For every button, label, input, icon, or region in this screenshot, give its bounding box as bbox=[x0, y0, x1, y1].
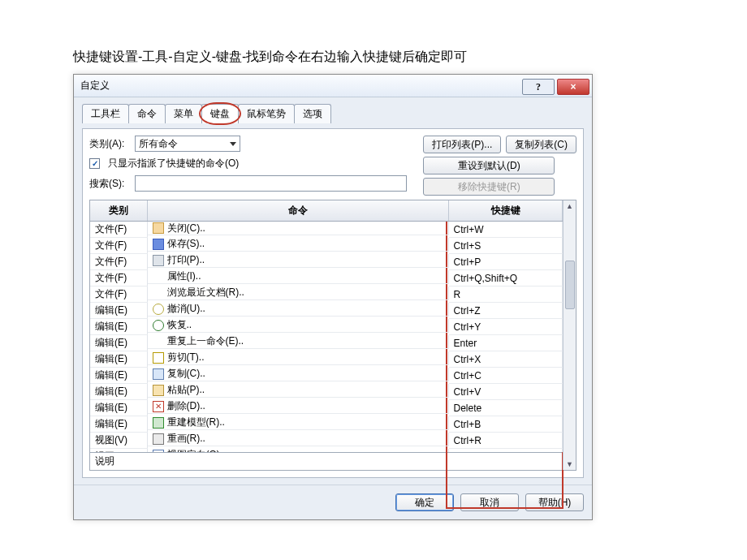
cell-shortcut[interactable]: Ctrl+Y bbox=[449, 319, 563, 335]
cell-command: 属性(I).. bbox=[148, 270, 449, 284]
cell-shortcut[interactable]: Ctrl+P bbox=[449, 254, 563, 270]
tab-strip: 工具栏 命令 菜单 键盘 鼠标笔势 选项 bbox=[82, 104, 584, 123]
cell-shortcut[interactable]: Enter bbox=[449, 335, 563, 351]
tab-keyboard[interactable]: 键盘 bbox=[201, 104, 239, 123]
copy-list-button[interactable]: 复制列表(C) bbox=[506, 136, 576, 153]
cell-shortcut[interactable]: R bbox=[449, 286, 563, 303]
cell-category: 编辑(E) bbox=[90, 384, 147, 400]
scrollbar-thumb[interactable] bbox=[565, 261, 575, 309]
table-row[interactable]: 编辑(E)粘贴(P)..Ctrl+V bbox=[90, 384, 576, 400]
tab-menu[interactable]: 菜单 bbox=[165, 104, 202, 123]
tab-commands[interactable]: 命令 bbox=[128, 104, 166, 123]
dialog-body: 工具栏 命令 菜单 键盘 鼠标笔势 选项 类别(A): 所有命令 bbox=[74, 97, 592, 485]
command-icon bbox=[153, 304, 164, 315]
cell-shortcut[interactable]: Ctrl+Q,Shift+Q bbox=[449, 270, 563, 286]
cell-category: 文件(F) bbox=[90, 254, 147, 270]
command-icon bbox=[153, 352, 164, 364]
cell-shortcut[interactable]: Ctrl+B bbox=[449, 416, 563, 433]
command-icon bbox=[153, 255, 164, 266]
cell-category: 编辑(E) bbox=[90, 351, 147, 368]
table-row[interactable]: 编辑(E)重复上一命令(E)..Enter bbox=[90, 335, 576, 351]
table-header-row: 类别 命令 快捷键 bbox=[90, 200, 576, 222]
shortcut-table-wrap: 类别 命令 快捷键 文件(F)关闭(C)..Ctrl+W文件(F)保存(S)..… bbox=[89, 200, 576, 471]
cell-shortcut[interactable]: Ctrl+C bbox=[449, 368, 563, 384]
cell-category: 编辑(E) bbox=[90, 368, 147, 384]
dialog-footer: 确定 取消 帮助(H) bbox=[74, 485, 592, 519]
category-select-value: 所有命令 bbox=[139, 137, 178, 151]
help-icon[interactable]: ? bbox=[522, 79, 555, 95]
command-icon bbox=[153, 433, 164, 445]
table-row[interactable]: 文件(F)关闭(C)..Ctrl+W bbox=[90, 222, 576, 238]
cell-shortcut[interactable]: SpaceBar bbox=[449, 449, 563, 453]
shortcut-table: 类别 命令 快捷键 文件(F)关闭(C)..Ctrl+W文件(F)保存(S)..… bbox=[90, 200, 576, 452]
table-row[interactable]: 编辑(E)撤消(U)..Ctrl+Z bbox=[90, 303, 576, 319]
table-row[interactable]: 视图(V)重画(R)..Ctrl+R bbox=[90, 433, 576, 449]
remove-shortcut-button[interactable]: 移除快捷键(R) bbox=[423, 178, 555, 196]
table-row[interactable]: 视图(V)视图定向(O)..SpaceBar bbox=[90, 449, 576, 453]
cell-category: 文件(F) bbox=[90, 270, 147, 286]
tab-mouse-gestures[interactable]: 鼠标笔势 bbox=[238, 104, 295, 123]
table-row[interactable]: 编辑(E)删除(D)..Delete bbox=[90, 400, 576, 416]
category-select[interactable]: 所有命令 bbox=[135, 136, 240, 152]
close-icon[interactable]: × bbox=[557, 79, 589, 95]
cell-command: 剪切(T).. bbox=[148, 351, 449, 365]
table-row[interactable]: 编辑(E)剪切(T)..Ctrl+X bbox=[90, 351, 576, 368]
print-list-button[interactable]: 打印列表(P)... bbox=[423, 136, 501, 153]
command-icon bbox=[153, 385, 164, 396]
reset-default-button[interactable]: 重设到默认(D) bbox=[423, 157, 555, 174]
only-assigned-checkbox[interactable] bbox=[89, 158, 100, 169]
command-icon bbox=[153, 368, 164, 380]
cell-command: 保存(S).. bbox=[148, 238, 449, 252]
table-row[interactable]: 编辑(E)恢复..Ctrl+Y bbox=[90, 319, 576, 335]
cell-command: 重复上一命令(E).. bbox=[148, 335, 449, 349]
cell-command: 视图定向(O).. bbox=[148, 449, 449, 453]
col-header-shortcut[interactable]: 快捷键 bbox=[449, 200, 563, 222]
cell-category: 文件(F) bbox=[90, 286, 147, 303]
command-icon bbox=[153, 320, 164, 331]
table-row[interactable]: 文件(F)保存(S)..Ctrl+S bbox=[90, 238, 576, 254]
cell-category: 编辑(E) bbox=[90, 416, 147, 433]
table-row[interactable]: 编辑(E)重建模型(R)..Ctrl+B bbox=[90, 416, 576, 433]
cell-category: 编辑(E) bbox=[90, 335, 147, 351]
category-label: 类别(A): bbox=[89, 137, 130, 151]
command-icon bbox=[153, 271, 164, 282]
window-controls: ? × bbox=[522, 76, 592, 95]
table-row[interactable]: 文件(F)浏览最近文档(R)..R bbox=[90, 286, 576, 303]
cell-command: 撤消(U).. bbox=[148, 303, 449, 317]
vertical-scrollbar[interactable]: ▲ ▼ bbox=[563, 200, 576, 470]
command-icon bbox=[153, 239, 164, 250]
command-icon bbox=[153, 287, 164, 299]
table-row[interactable]: 文件(F)打印(P)..Ctrl+P bbox=[90, 254, 576, 270]
scroll-down-icon[interactable]: ▼ bbox=[564, 459, 576, 470]
tab-toolbars[interactable]: 工具栏 bbox=[82, 104, 129, 123]
cell-shortcut[interactable]: Ctrl+Z bbox=[449, 303, 563, 319]
cell-shortcut[interactable]: Ctrl+S bbox=[449, 238, 563, 254]
search-input[interactable] bbox=[135, 175, 407, 192]
cell-category: 编辑(E) bbox=[90, 400, 147, 416]
col-header-command[interactable]: 命令 bbox=[147, 200, 449, 222]
cell-category: 视图(V) bbox=[90, 433, 147, 449]
cell-shortcut[interactable]: Delete bbox=[449, 400, 563, 416]
col-header-category[interactable]: 类别 bbox=[90, 200, 147, 222]
table-row[interactable]: 编辑(E)复制(C)..Ctrl+C bbox=[90, 368, 576, 384]
only-assigned-label: 只显示指派了快捷键的命令(O) bbox=[108, 157, 239, 170]
titlebar: 自定义 ? × bbox=[74, 75, 592, 97]
help-button[interactable]: 帮助(H) bbox=[525, 493, 584, 511]
command-icon bbox=[153, 417, 164, 429]
command-icon bbox=[153, 336, 164, 347]
cancel-button[interactable]: 取消 bbox=[460, 493, 519, 511]
table-row[interactable]: 文件(F)属性(I)..Ctrl+Q,Shift+Q bbox=[90, 270, 576, 286]
cell-shortcut[interactable]: Ctrl+X bbox=[449, 351, 563, 368]
command-icon bbox=[153, 222, 164, 234]
description-label: 说明 bbox=[90, 452, 576, 470]
tab-options[interactable]: 选项 bbox=[294, 104, 331, 123]
cell-shortcut[interactable]: Ctrl+R bbox=[449, 433, 563, 449]
cell-shortcut[interactable]: Ctrl+V bbox=[449, 384, 563, 400]
customize-dialog: 自定义 ? × 工具栏 命令 菜单 键盘 鼠标笔势 选项 类别(A): 所有命令 bbox=[73, 74, 593, 520]
dialog-title: 自定义 bbox=[80, 79, 110, 93]
cell-command: 复制(C).. bbox=[148, 368, 449, 381]
scroll-up-icon[interactable]: ▲ bbox=[564, 200, 576, 212]
cell-shortcut[interactable]: Ctrl+W bbox=[449, 222, 563, 238]
ok-button[interactable]: 确定 bbox=[395, 493, 454, 511]
page-caption: 快捷键设置-工具-自定义-键盘-找到命令在右边输入快捷键后确定即可 bbox=[73, 49, 674, 66]
